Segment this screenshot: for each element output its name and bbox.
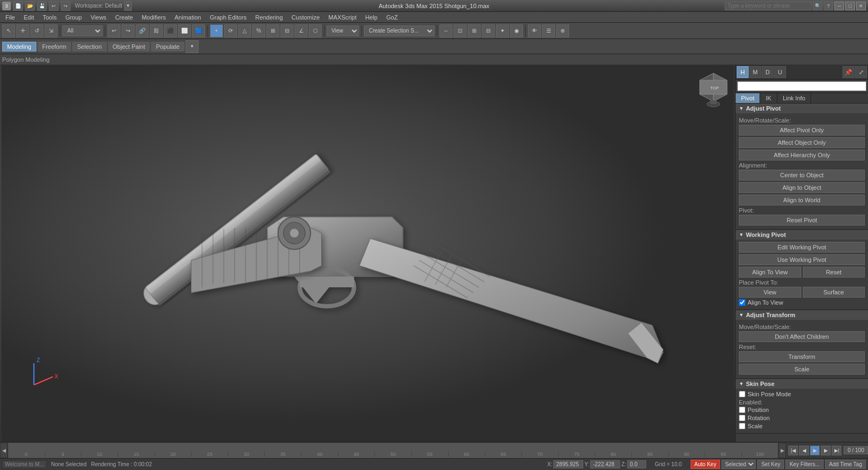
minimize-button[interactable]: ─ [834,2,844,10]
surface-btn[interactable]: Surface [803,287,865,298]
menu-group[interactable]: Group [61,13,86,22]
normal-align-btn[interactable]: ⊟ [482,24,495,37]
menu-goz[interactable]: GoZ [382,13,402,22]
selected-dropdown[interactable]: Selected [722,460,756,469]
position-checkbox[interactable] [739,407,745,413]
ribbon-tab-freeform[interactable]: Freeform [37,42,72,51]
selection-dropdown[interactable]: Create Selection S... [364,25,435,36]
ribbon-dropdown-btn[interactable]: ▼ [186,40,199,53]
go-start-btn[interactable]: |◀ [788,446,798,455]
panel-icon-display[interactable]: D [762,66,774,78]
skin-pose-mode-checkbox[interactable] [739,391,745,397]
next-frame-btn[interactable]: ▶ [821,446,831,455]
undo-btn[interactable]: ↩ [49,1,59,11]
view-dropdown[interactable]: View World Local [327,25,359,36]
mirror-btn[interactable]: ↔ [439,24,452,37]
working-pivot-header[interactable]: ▼ Working Pivot [736,230,868,240]
snap2d-btn[interactable]: ⊟ [280,24,293,37]
rotate-tool-btn[interactable]: ↺ [30,24,43,37]
search-icon-btn[interactable]: 🔍 [813,2,822,10]
menu-rendering[interactable]: Rendering [251,13,288,22]
play-forward-btn[interactable]: ▶ [778,443,786,458]
prev-frame-btn[interactable]: ◀ [799,446,809,455]
move-btn[interactable]: + [210,24,223,37]
view-btn[interactable]: View [739,287,801,298]
menu-create[interactable]: Create [111,13,137,22]
align-to-view-checkbox[interactable] [739,299,745,306]
help-btn[interactable]: ? [824,2,833,10]
ribbon-tab-object-paint[interactable]: Object Paint [108,42,150,51]
play-back-btn[interactable]: ◀ [0,443,8,458]
unlink-btn[interactable]: ⛓ [150,24,163,37]
undo-scene-btn[interactable]: ↩ [107,24,120,37]
close-button[interactable]: ✕ [856,2,866,10]
move-tool-btn[interactable]: ✛ [16,24,29,37]
link-btn[interactable]: 🔗 [136,24,149,37]
redo-scene-btn[interactable]: ↪ [122,24,135,37]
panel-icon-motion[interactable]: M [749,66,761,78]
tab-ik[interactable]: IK [760,93,777,103]
auto-key-btn[interactable]: Auto Key [691,460,720,469]
menu-maxscript[interactable]: MAXScript [324,13,361,22]
panel-icon-hierarchy[interactable]: H [737,66,749,78]
align-btn[interactable]: ⊡ [454,24,467,37]
new-btn[interactable]: 📄 [13,1,23,11]
panel-expand-icon[interactable]: ⤢ [855,66,867,78]
menu-animation[interactable]: Animation [170,13,206,22]
key-filters-btn[interactable]: Key Filters... [786,460,824,469]
timeline-track[interactable]: 0 5 10 15 20 25 30 35 40 45 50 55 60 65 … [8,443,778,458]
scale-btn[interactable]: Scale [739,364,865,375]
add-time-tag-btn[interactable]: Add Time Tag [825,460,866,469]
workspace-dropdown-btn[interactable]: ▼ [124,1,132,11]
ribbon-tab-modeling[interactable]: Modeling [2,42,36,51]
scale-tool-btn[interactable]: ⇲ [44,24,58,37]
affect-object-only-btn[interactable]: Affect Object Only [739,137,865,148]
affect-hierarchy-only-btn[interactable]: Affect Hierarchy Only [739,150,865,160]
menu-file[interactable]: File [1,13,20,22]
menu-edit[interactable]: Edit [20,13,39,22]
open-btn[interactable]: 📂 [25,1,35,11]
spinner-snap-btn[interactable]: ⬡ [309,24,322,37]
all-dropdown[interactable]: All Geometry Shapes [62,25,103,36]
window-btn[interactable]: 🟦 [192,24,205,37]
reset-btn[interactable]: Reset [803,267,865,278]
reset-pivot-btn[interactable]: Reset Pivot [739,215,865,226]
go-end-btn[interactable]: ▶| [832,446,841,455]
maximize-button[interactable]: □ [845,2,855,10]
layer-btn[interactable]: ⊕ [556,24,569,37]
isolate-btn[interactable]: ◉ [510,24,523,37]
dont-affect-children-btn[interactable]: Don't Affect Children [739,331,865,342]
edit-working-pivot-btn[interactable]: Edit Working Pivot [739,242,865,253]
panel-pin-icon[interactable]: 📌 [843,66,854,78]
snap-btn[interactable]: ⊞ [266,24,279,37]
spacing-btn[interactable]: ⊞ [468,24,481,37]
align-to-view-btn[interactable]: Align To View [739,267,801,278]
ribbon-tab-populate[interactable]: Populate [151,42,184,51]
scale-checkbox[interactable] [739,423,745,429]
skin-pose-header[interactable]: ▼ Skin Pose [736,379,868,389]
place-highlight-btn[interactable]: ✦ [496,24,509,37]
rotate-btn[interactable]: ⟳ [224,24,237,37]
menu-tools[interactable]: Tools [39,13,61,22]
use-working-pivot-btn[interactable]: Use Working Pivot [739,254,865,265]
affect-pivot-only-btn[interactable]: Affect Pivot Only [739,125,865,136]
percent-btn[interactable]: % [252,24,265,37]
redo-btn[interactable]: ↪ [61,1,71,11]
select-filter-btn[interactable]: ⬜ [178,24,191,37]
angle-snap-btn[interactable]: ∠ [295,24,308,37]
viewport[interactable]: [+] [Perspective] [Realistic] [0,65,735,442]
set-key-btn[interactable]: Set Key [757,460,784,469]
rotation-checkbox[interactable] [739,415,745,421]
panel-icon-utilities[interactable]: U [774,66,786,78]
play-btn[interactable]: ▶ [810,446,820,455]
transform-btn[interactable]: Transform [739,351,865,362]
adjust-pivot-header[interactable]: ▼ Adjust Pivot [736,104,868,113]
menu-help[interactable]: Help [361,13,382,22]
scale-btn[interactable]: △ [238,24,251,37]
select-tool-btn[interactable]: ↖ [2,24,15,37]
menu-modifiers[interactable]: Modifiers [137,13,170,22]
panel-search-input[interactable] [737,81,866,91]
adjust-transform-header[interactable]: ▼ Adjust Transform [736,310,868,320]
navigation-cube[interactable]: TOP [697,70,730,103]
align-to-world-btn[interactable]: Align to World [739,195,865,205]
